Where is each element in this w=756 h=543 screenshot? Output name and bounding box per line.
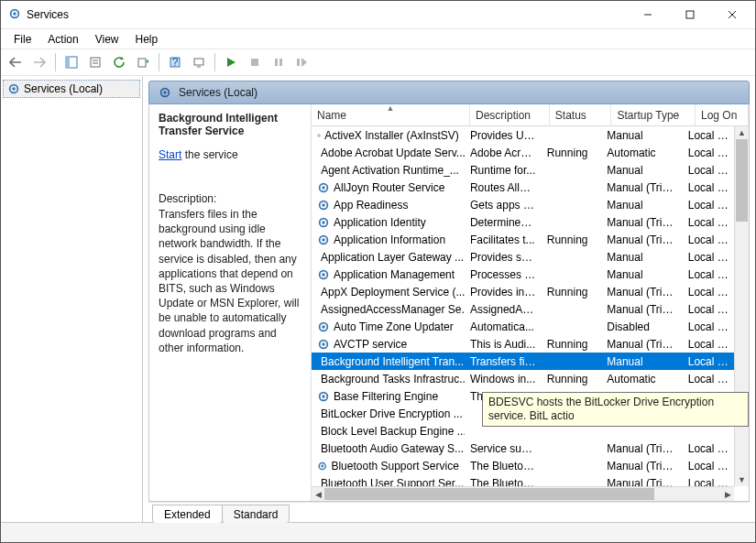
table-row[interactable]: Auto Time Zone UpdaterAutomatica...Disab… bbox=[312, 318, 734, 335]
col-description[interactable]: Description bbox=[470, 104, 550, 125]
restart-service-button[interactable] bbox=[291, 51, 313, 73]
table-row[interactable]: Agent Activation Runtime_...Runtime for.… bbox=[312, 161, 734, 179]
start-service-line: Start the service bbox=[159, 148, 301, 161]
cell-description: Provides Us... bbox=[465, 129, 542, 142]
toolbar: ? bbox=[1, 49, 755, 76]
svg-point-55 bbox=[322, 395, 325, 398]
menu-view[interactable]: View bbox=[88, 31, 126, 48]
services-icon bbox=[159, 86, 171, 99]
stop-service-button[interactable] bbox=[244, 51, 266, 73]
service-icon bbox=[317, 233, 330, 246]
cell-description: The Bluetoo... bbox=[465, 460, 542, 472]
tree-item-services-local[interactable]: Services (Local) bbox=[3, 80, 140, 98]
tab-extended[interactable]: Extended bbox=[152, 505, 223, 523]
window-title: Services bbox=[27, 8, 627, 21]
table-row[interactable]: Bluetooth Support ServiceThe Bluetoo...M… bbox=[312, 457, 734, 474]
tab-standard[interactable]: Standard bbox=[222, 505, 290, 523]
cell-log-on: Local Sy bbox=[683, 147, 734, 159]
forward-button[interactable] bbox=[28, 51, 50, 73]
cell-description: Runtime for... bbox=[465, 164, 542, 177]
svg-rect-16 bbox=[251, 59, 258, 66]
cell-log-on: Local Se bbox=[683, 442, 734, 455]
vertical-scroll-thumb[interactable] bbox=[736, 139, 748, 222]
cell-name: Block Level Backup Engine ... bbox=[312, 425, 465, 438]
table-row[interactable]: Bluetooth Audio Gateway S...Service sup.… bbox=[312, 440, 734, 457]
table-row[interactable]: ActiveX Installer (AxInstSV)Provides Us.… bbox=[312, 126, 734, 144]
help-button[interactable]: ? bbox=[164, 51, 186, 73]
start-service-suffix: the service bbox=[181, 148, 237, 161]
svg-point-31 bbox=[322, 186, 325, 190]
menu-help[interactable]: Help bbox=[128, 31, 166, 48]
svg-point-33 bbox=[322, 203, 325, 207]
horizontal-scrollbar[interactable]: ◀ ▶ bbox=[312, 486, 734, 501]
table-row[interactable]: Bluetooth User Support Ser...The Bluetoo… bbox=[312, 474, 734, 486]
cell-name: AllJoyn Router Service bbox=[312, 181, 465, 194]
cell-description: Windows in... bbox=[465, 373, 542, 386]
svg-rect-11 bbox=[138, 59, 146, 67]
service-icon bbox=[317, 390, 330, 403]
table-row[interactable]: Application ManagementProcesses in...Man… bbox=[312, 266, 734, 283]
table-row[interactable]: AppX Deployment Service (...Provides inf… bbox=[312, 283, 734, 300]
table-row[interactable]: Adobe Acrobat Update Serv...Adobe Acro..… bbox=[312, 144, 734, 161]
horizontal-scroll-thumb[interactable] bbox=[324, 488, 654, 500]
menu-file[interactable]: File bbox=[6, 31, 38, 48]
table-row[interactable]: Application IdentityDetermines ...Manual… bbox=[312, 213, 734, 231]
pause-service-button[interactable] bbox=[268, 51, 290, 73]
col-status[interactable]: Status bbox=[550, 104, 612, 125]
cell-name: Application Identity bbox=[312, 216, 465, 229]
col-log-on[interactable]: Log On bbox=[696, 104, 749, 125]
cell-name: Bluetooth User Support Ser... bbox=[312, 477, 465, 487]
cell-description: Facilitates t... bbox=[465, 233, 542, 246]
table-row[interactable]: App ReadinessGets apps re...ManualLocal … bbox=[312, 196, 734, 213]
maximize-button[interactable] bbox=[669, 1, 711, 28]
properties-button[interactable] bbox=[84, 51, 106, 73]
scroll-right-icon[interactable]: ▶ bbox=[721, 487, 734, 501]
scroll-up-icon[interactable]: ▲ bbox=[735, 126, 749, 139]
cell-description: The Bluetoo... bbox=[465, 477, 542, 487]
cell-startup-type: Manual (Trig... bbox=[601, 442, 683, 455]
cell-name: App Readiness bbox=[312, 199, 465, 212]
svg-rect-3 bbox=[686, 11, 694, 18]
col-name[interactable]: Name▲ bbox=[312, 104, 470, 125]
sort-asc-icon: ▲ bbox=[387, 104, 395, 113]
minimize-button[interactable] bbox=[627, 1, 669, 28]
table-row[interactable]: AVCTP serviceThis is Audi...RunningManua… bbox=[312, 335, 734, 353]
cell-name: Background Intelligent Tran... bbox=[312, 355, 465, 368]
cell-startup-type: Manual (Trig... bbox=[601, 286, 683, 299]
connect-computer-button[interactable] bbox=[188, 51, 210, 73]
svg-point-1 bbox=[13, 12, 16, 16]
cell-log-on: Local Sy bbox=[683, 129, 734, 142]
cell-name: Auto Time Zone Updater bbox=[312, 320, 465, 333]
table-row[interactable]: Background Intelligent Tran...Transfers … bbox=[312, 353, 734, 370]
description-label: Description: bbox=[159, 192, 301, 205]
table-row[interactable]: AssignedAccessManager Se...AssignedAc...… bbox=[312, 300, 734, 318]
table-row[interactable]: Background Tasks Infrastruc...Windows in… bbox=[312, 370, 734, 387]
cell-name: Agent Activation Runtime_... bbox=[312, 164, 465, 177]
cell-description: Routes AllJo... bbox=[465, 181, 542, 194]
scroll-down-icon[interactable]: ▼ bbox=[735, 473, 749, 486]
service-icon bbox=[317, 460, 327, 472]
export-list-button[interactable] bbox=[132, 51, 154, 73]
start-service-button[interactable] bbox=[220, 51, 242, 73]
close-button[interactable] bbox=[711, 1, 753, 28]
toolbar-separator bbox=[214, 53, 215, 71]
start-service-link[interactable]: Start bbox=[159, 148, 181, 161]
menu-action[interactable]: Action bbox=[40, 31, 85, 48]
col-startup-type[interactable]: Startup Type bbox=[611, 104, 696, 125]
vertical-scrollbar[interactable]: ▲ ▼ bbox=[734, 126, 749, 486]
svg-point-35 bbox=[322, 221, 325, 224]
table-row[interactable]: Application InformationFacilitates t...R… bbox=[312, 231, 734, 248]
show-hide-tree-button[interactable] bbox=[60, 51, 82, 73]
svg-point-25 bbox=[319, 135, 320, 136]
toolbar-separator bbox=[55, 53, 56, 71]
cell-log-on: Local Se bbox=[683, 251, 734, 264]
cell-log-on: Local Sy bbox=[683, 355, 734, 368]
scroll-left-icon[interactable]: ◀ bbox=[312, 487, 324, 501]
tree-item-label: Services (Local) bbox=[24, 82, 103, 95]
cell-log-on: Local Sy bbox=[683, 303, 734, 316]
table-row[interactable]: Application Layer Gateway ...Provides su… bbox=[312, 248, 734, 266]
cell-log-on: Local Se bbox=[683, 460, 734, 472]
back-button[interactable] bbox=[5, 51, 27, 73]
refresh-button[interactable] bbox=[108, 51, 130, 73]
table-row[interactable]: AllJoyn Router ServiceRoutes AllJo...Man… bbox=[312, 179, 734, 196]
